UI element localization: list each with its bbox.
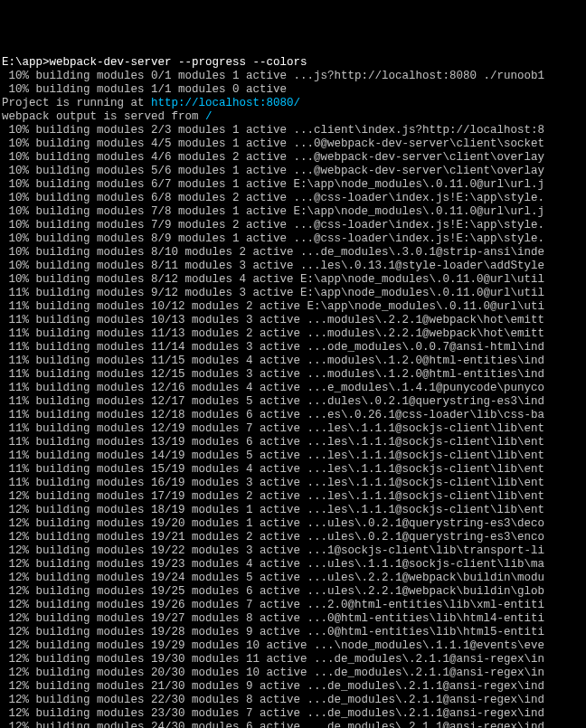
build-progress-text: 12% building modules 24/30 modules 6 act… <box>2 721 544 728</box>
served-from-line: webpack output is served from / <box>2 110 584 124</box>
build-progress-text: 10% building modules 4/6 modules 2 activ… <box>2 151 544 164</box>
build-progress-line: 10% building modules 0/1 modules 1 activ… <box>2 70 584 83</box>
build-progress-text: 11% building modules 10/13 modules 3 act… <box>2 314 544 326</box>
build-progress-text: 10% building modules 8/10 modules 2 acti… <box>2 246 544 259</box>
build-progress-text: 12% building modules 19/21 modules 2 act… <box>2 531 544 544</box>
build-progress-line: 11% building modules 13/19 modules 6 act… <box>2 436 584 449</box>
build-progress-text: 10% building modules 2/3 modules 1 activ… <box>2 124 544 137</box>
served-from-label: webpack output is served from <box>2 110 205 123</box>
build-progress-line: 11% building modules 14/19 modules 5 act… <box>2 449 584 463</box>
build-progress-text: 12% building modules 19/24 modules 5 act… <box>2 572 544 584</box>
build-progress-line: 12% building modules 19/30 modules 11 ac… <box>2 653 584 667</box>
build-progress-text: 12% building modules 17/19 modules 2 act… <box>2 490 544 503</box>
build-progress-text: 11% building modules 12/16 modules 4 act… <box>2 382 544 394</box>
build-progress-text: 11% building modules 12/15 modules 3 act… <box>2 368 544 381</box>
command-text: webpack-dev-server --progress --colors <box>50 56 307 69</box>
build-progress-line: 11% building modules 11/13 modules 2 act… <box>2 327 584 341</box>
build-progress-line: 12% building modules 20/30 modules 10 ac… <box>2 667 584 680</box>
build-progress-text: 11% building modules 10/12 modules 2 act… <box>2 300 544 313</box>
build-progress-line: 11% building modules 11/14 modules 3 act… <box>2 341 584 355</box>
build-progress-text: 11% building modules 13/19 modules 6 act… <box>2 436 544 449</box>
build-progress-line: 12% building modules 19/22 modules 3 act… <box>2 544 584 558</box>
build-progress-line: 11% building modules 12/17 modules 5 act… <box>2 395 584 409</box>
build-progress-line: 12% building modules 19/23 modules 4 act… <box>2 558 584 572</box>
build-progress-text: 10% building modules 8/12 modules 4 acti… <box>2 273 544 286</box>
build-progress-line: 10% building modules 2/3 modules 1 activ… <box>2 124 584 137</box>
build-progress-line: 12% building modules 19/28 modules 9 act… <box>2 626 584 639</box>
build-progress-text: 11% building modules 15/19 modules 4 act… <box>2 463 544 476</box>
build-progress-text: 11% building modules 12/19 modules 7 act… <box>2 422 544 435</box>
build-progress-line: 12% building modules 17/19 modules 2 act… <box>2 490 584 504</box>
build-progress-line: 10% building modules 4/5 modules 1 activ… <box>2 137 584 151</box>
terminal-output: E:\app>webpack-dev-server --progress --c… <box>2 56 584 728</box>
build-progress-text: 10% building modules 0/1 modules 1 activ… <box>2 70 544 82</box>
build-progress-text: 12% building modules 19/25 modules 6 act… <box>2 585 544 598</box>
build-progress-line: 11% building modules 10/12 modules 2 act… <box>2 300 584 314</box>
build-progress-text: 10% building modules 7/9 modules 2 activ… <box>2 219 544 232</box>
build-progress-line: 12% building modules 24/30 modules 6 act… <box>2 721 584 728</box>
build-progress-line: 10% building modules 7/9 modules 2 activ… <box>2 219 584 232</box>
build-progress-line: 11% building modules 12/19 modules 7 act… <box>2 422 584 436</box>
build-progress-text: 11% building modules 14/19 modules 5 act… <box>2 449 544 462</box>
build-progress-text: 11% building modules 11/15 modules 4 act… <box>2 355 544 367</box>
project-running-line: Project is running at http://localhost:8… <box>2 97 584 110</box>
build-progress-line: 10% building modules 5/6 modules 1 activ… <box>2 165 584 178</box>
build-progress-text: 12% building modules 19/27 modules 8 act… <box>2 612 544 625</box>
build-progress-line: 10% building modules 8/12 modules 4 acti… <box>2 273 584 287</box>
build-progress-line: 12% building modules 22/30 modules 8 act… <box>2 694 584 707</box>
served-path: / <box>205 110 213 123</box>
build-progress-line: 12% building modules 19/20 modules 1 act… <box>2 517 584 531</box>
build-progress-line: 12% building modules 19/26 modules 7 act… <box>2 599 584 612</box>
build-progress-line: 11% building modules 12/16 modules 4 act… <box>2 382 584 395</box>
build-progress-text: 11% building modules 11/14 modules 3 act… <box>2 341 544 354</box>
build-progress-text: 12% building modules 18/19 modules 1 act… <box>2 504 544 516</box>
build-progress-line: 11% building modules 16/19 modules 3 act… <box>2 477 584 490</box>
build-progress-text: 11% building modules 12/18 modules 6 act… <box>2 409 544 421</box>
build-progress-text: 10% building modules 8/11 modules 3 acti… <box>2 260 544 272</box>
build-progress-text: 10% building modules 6/7 modules 1 activ… <box>2 178 544 191</box>
build-progress-line: 11% building modules 9/12 modules 3 acti… <box>2 287 584 300</box>
build-progress-text: 12% building modules 19/30 modules 11 ac… <box>2 653 544 666</box>
build-progress-line: 10% building modules 7/8 modules 1 activ… <box>2 205 584 219</box>
build-progress-text: 11% building modules 16/19 modules 3 act… <box>2 477 544 489</box>
build-progress-text: 12% building modules 19/20 modules 1 act… <box>2 517 544 530</box>
build-progress-line: 10% building modules 6/8 modules 2 activ… <box>2 192 584 205</box>
build-progress-text: 12% building modules 20/30 modules 10 ac… <box>2 667 544 679</box>
build-progress-line: 12% building modules 19/29 modules 10 ac… <box>2 639 584 653</box>
build-progress-line: 12% building modules 19/24 modules 5 act… <box>2 572 584 585</box>
build-progress-line: 11% building modules 15/19 modules 4 act… <box>2 463 584 477</box>
build-progress-line: 12% building modules 19/21 modules 2 act… <box>2 531 584 544</box>
build-progress-text: 12% building modules 19/22 modules 3 act… <box>2 544 544 557</box>
build-progress-line: 11% building modules 12/15 modules 3 act… <box>2 368 584 382</box>
build-progress-text: 10% building modules 8/9 modules 1 activ… <box>2 232 544 245</box>
build-progress-text: 10% building modules 6/8 modules 2 activ… <box>2 192 544 204</box>
build-progress-text: 12% building modules 19/29 modules 10 ac… <box>2 639 544 652</box>
build-progress-text: 10% building modules 7/8 modules 1 activ… <box>2 205 544 218</box>
build-progress-line: 10% building modules 8/11 modules 3 acti… <box>2 260 584 273</box>
build-progress-line: 12% building modules 19/27 modules 8 act… <box>2 612 584 626</box>
build-progress-line: 10% building modules 8/10 modules 2 acti… <box>2 246 584 260</box>
prompt-path: E:\app> <box>2 56 50 69</box>
build-progress-text: 12% building modules 23/30 modules 7 act… <box>2 707 544 720</box>
build-progress-text: 12% building modules 22/30 modules 8 act… <box>2 694 544 706</box>
build-progress-text: 11% building modules 12/17 modules 5 act… <box>2 395 544 408</box>
project-url: http://localhost:8080/ <box>151 97 300 109</box>
build-progress-text: 12% building modules 19/23 modules 4 act… <box>2 558 544 571</box>
build-progress-text: 10% building modules 5/6 modules 1 activ… <box>2 165 544 177</box>
build-progress-text: 11% building modules 11/13 modules 2 act… <box>2 327 544 340</box>
build-progress-line: 12% building modules 19/25 modules 6 act… <box>2 585 584 599</box>
build-progress-line: 10% building modules 6/7 modules 1 activ… <box>2 178 584 192</box>
build-progress-line: 11% building modules 10/13 modules 3 act… <box>2 314 584 327</box>
build-progress-line: 11% building modules 12/18 modules 6 act… <box>2 409 584 422</box>
build-progress-line: 12% building modules 21/30 modules 9 act… <box>2 680 584 694</box>
build-progress-line: 10% building modules 1/1 modules 0 activ… <box>2 83 584 97</box>
project-running-label: Project is running at <box>2 97 151 109</box>
build-progress-text: 12% building modules 19/26 modules 7 act… <box>2 599 544 611</box>
build-progress-text: 12% building modules 19/28 modules 9 act… <box>2 626 544 638</box>
build-progress-line: 10% building modules 4/6 modules 2 activ… <box>2 151 584 165</box>
build-progress-text: 12% building modules 21/30 modules 9 act… <box>2 680 544 693</box>
command-prompt-line: E:\app>webpack-dev-server --progress --c… <box>2 56 584 70</box>
build-progress-text: 10% building modules 1/1 modules 0 activ… <box>2 83 287 96</box>
build-progress-line: 11% building modules 11/15 modules 4 act… <box>2 355 584 368</box>
build-progress-text: 10% building modules 4/5 modules 1 activ… <box>2 137 544 150</box>
